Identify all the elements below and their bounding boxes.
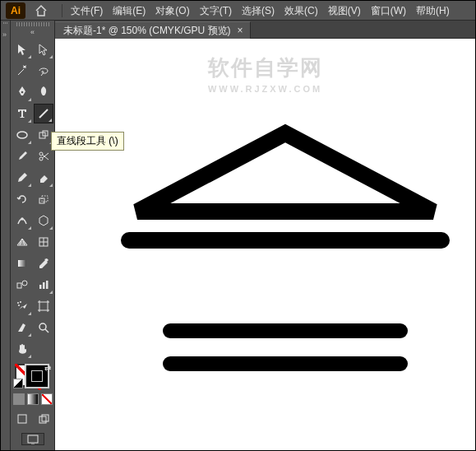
- menu-view[interactable]: 视图(V): [323, 1, 366, 21]
- lasso-tool[interactable]: [34, 61, 53, 81]
- tab-strip: 未标题-1* @ 150% (CMYK/GPU 预览) ×: [55, 21, 475, 39]
- menu-window[interactable]: 窗口(W): [366, 1, 411, 21]
- svg-point-19: [20, 301, 21, 303]
- menu-edit[interactable]: 编辑(E): [108, 1, 150, 21]
- column-graph-tool[interactable]: [34, 275, 53, 295]
- svg-text:Ai: Ai: [11, 5, 21, 16]
- artboard-tool[interactable]: [34, 296, 53, 316]
- menu-effect[interactable]: 效果(C): [280, 1, 323, 21]
- flyout-icon: [49, 55, 53, 58]
- tab-title: 未标题-1* @ 150% (CMYK/GPU 预览): [63, 24, 231, 38]
- svg-rect-17: [46, 281, 49, 289]
- document-area: 未标题-1* @ 150% (CMYK/GPU 预览) × 软件自学网 WWW.…: [55, 21, 475, 450]
- zoom-tool[interactable]: [34, 318, 53, 337]
- flyout-icon: [28, 119, 31, 123]
- svg-point-3: [17, 132, 27, 138]
- draw-normal-button[interactable]: [13, 410, 31, 428]
- pencil-tool[interactable]: [12, 168, 32, 188]
- type-tool[interactable]: [12, 104, 32, 123]
- divider: [62, 4, 62, 17]
- svg-point-10: [21, 218, 23, 220]
- tooltip: 直线段工具 (\): [51, 132, 124, 151]
- mesh-tool[interactable]: [34, 232, 53, 252]
- pen-tool[interactable]: [12, 82, 32, 102]
- flyout-icon: [28, 184, 31, 187]
- menu-select[interactable]: 选择(S): [237, 1, 280, 21]
- color-mode-button[interactable]: [13, 393, 25, 405]
- svg-rect-16: [43, 282, 45, 289]
- svg-rect-24: [39, 416, 46, 423]
- swap-fill-stroke-icon[interactable]: ⇄: [44, 364, 51, 373]
- menu-type[interactable]: 文字(T): [195, 1, 237, 21]
- shape-builder-tool[interactable]: [34, 125, 53, 145]
- screen-mode-row: [13, 410, 53, 428]
- scale-tool[interactable]: [34, 189, 53, 209]
- chevron-right-icon: »: [2, 30, 7, 39]
- svg-rect-23: [18, 415, 26, 423]
- flyout-icon: [28, 355, 31, 358]
- tab-document[interactable]: 未标题-1* @ 150% (CMYK/GPU 预览) ×: [55, 21, 251, 39]
- gradient-mode-button[interactable]: [27, 393, 39, 405]
- svg-rect-21: [39, 302, 48, 310]
- free-transform-tool[interactable]: [34, 211, 53, 230]
- draw-behind-button[interactable]: [35, 410, 53, 428]
- scissors-tool[interactable]: [34, 146, 53, 166]
- svg-rect-15: [39, 285, 42, 289]
- eyedropper-tool[interactable]: [34, 253, 53, 273]
- direct-selection-tool[interactable]: [34, 40, 53, 59]
- flyout-icon: [49, 291, 53, 294]
- curvature-pen-tool[interactable]: [34, 82, 53, 102]
- slice-tool[interactable]: [12, 318, 32, 337]
- flyout-icon: [28, 226, 31, 230]
- magic-wand-tool[interactable]: [12, 61, 32, 81]
- width-tool[interactable]: [12, 211, 32, 230]
- blend-tool[interactable]: [12, 275, 32, 295]
- app-logo: Ai: [4, 2, 27, 20]
- svg-rect-25: [42, 415, 49, 421]
- panel-grip-icon[interactable]: [16, 22, 49, 26]
- ellipse-tool[interactable]: [12, 125, 32, 145]
- line-segment-tool[interactable]: [34, 104, 53, 123]
- menu-help[interactable]: 帮助(H): [411, 1, 455, 21]
- flyout-icon: [28, 98, 31, 101]
- flyout-icon: [49, 184, 53, 187]
- svg-point-2: [21, 91, 23, 94]
- flyout-icon: [49, 226, 53, 230]
- eraser-tool[interactable]: [34, 168, 53, 188]
- default-fill-stroke-icon[interactable]: [13, 379, 23, 388]
- none-mode-button[interactable]: [41, 393, 53, 405]
- svg-rect-26: [28, 435, 38, 443]
- paintbrush-tool[interactable]: [12, 146, 32, 166]
- hand-tool[interactable]: [12, 339, 32, 359]
- screen-mode-button[interactable]: [21, 433, 44, 445]
- flyout-icon: [28, 333, 31, 337]
- fill-stroke-control[interactable]: ⇄: [13, 364, 53, 388]
- home-icon[interactable]: [32, 2, 50, 20]
- canvas[interactable]: 软件自学网 WWW.RJZXW.COM: [55, 39, 475, 450]
- rotate-tool[interactable]: [12, 189, 32, 209]
- svg-rect-13: [17, 283, 21, 288]
- flyout-icon: [49, 119, 52, 122]
- tool-panel: «: [11, 21, 55, 450]
- flyout-icon: [28, 141, 31, 144]
- tab-close-icon[interactable]: ×: [238, 26, 243, 35]
- symbol-sprayer-tool[interactable]: [12, 296, 32, 316]
- svg-point-20: [18, 305, 20, 306]
- grip-icon: [3, 22, 8, 24]
- svg-rect-12: [18, 260, 26, 267]
- menu-file[interactable]: 文件(F): [66, 1, 108, 21]
- menu-object[interactable]: 对象(O): [150, 1, 194, 21]
- app-body: » «: [1, 21, 475, 450]
- svg-point-14: [22, 281, 27, 286]
- perspective-grid-tool[interactable]: [12, 232, 32, 252]
- color-mode-row: [13, 393, 53, 405]
- svg-point-22: [39, 323, 46, 330]
- flyout-icon: [28, 55, 31, 58]
- flyout-icon: [28, 312, 31, 315]
- svg-point-18: [17, 302, 19, 304]
- selection-tool[interactable]: [12, 40, 32, 59]
- menu-bar: Ai 文件(F) 编辑(E) 对象(O) 文字(T) 选择(S) 效果(C) 视…: [1, 1, 475, 21]
- panel-collapse-button[interactable]: «: [15, 28, 51, 36]
- control-bar-collapsed[interactable]: »: [1, 21, 11, 450]
- gradient-tool[interactable]: [12, 253, 32, 273]
